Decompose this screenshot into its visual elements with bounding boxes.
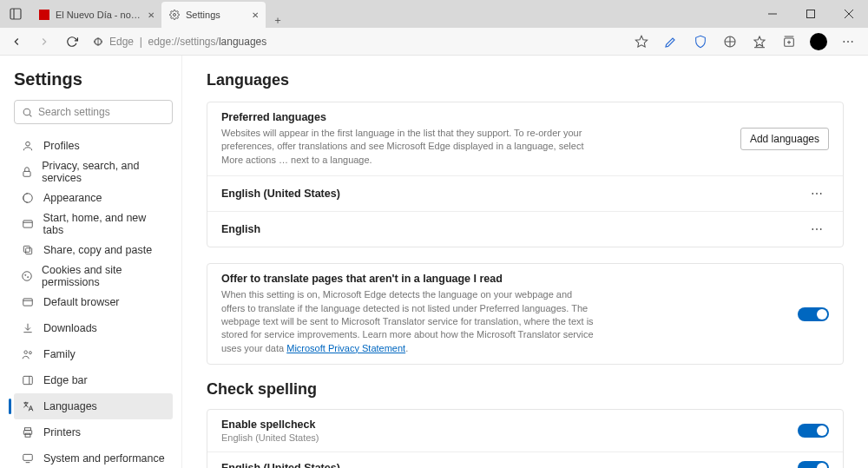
cookie-icon: [21, 269, 33, 283]
sidebar-item-privacy[interactable]: Privacy, search, and services: [14, 159, 173, 185]
sidebar-item-family[interactable]: Family: [14, 341, 173, 367]
write-icon[interactable]: [658, 30, 684, 54]
sidebar-item-label: System and performance: [43, 452, 165, 465]
enable-spellcheck-row: Enable spellcheck English (United States…: [207, 410, 843, 452]
sidebar-item-label: Downloads: [43, 322, 97, 334]
more-actions-icon[interactable]: ⋯: [806, 185, 829, 202]
tab-settings[interactable]: Settings ✕: [161, 2, 266, 28]
close-icon[interactable]: ✕: [148, 10, 155, 20]
svg-rect-25: [23, 246, 30, 252]
svg-rect-26: [26, 248, 32, 254]
url-text: Edge | edge://settings/languages: [109, 36, 266, 48]
spellcheck-card: Enable spellcheck English (United States…: [207, 409, 844, 468]
translate-desc: When this setting is on, Microsoft Edge …: [221, 288, 595, 355]
sidebar-item-label: Edge bar: [43, 374, 88, 386]
settings-sidebar: Settings Profiles Privacy, search, and s…: [0, 56, 182, 468]
address-bar[interactable]: Edge | edge://settings/languages: [87, 30, 627, 53]
svg-marker-10: [635, 36, 647, 47]
translate-toggle[interactable]: [798, 307, 829, 321]
sidebar-item-label: Profiles: [43, 140, 80, 152]
bar-icon: [21, 373, 35, 387]
sidebar-item-profiles[interactable]: Profiles: [14, 133, 173, 159]
sidebar-item-appearance[interactable]: Appearance: [14, 185, 173, 211]
search-icon: [22, 107, 33, 118]
svg-line-19: [30, 115, 31, 116]
sidebar-item-downloads[interactable]: Downloads: [14, 315, 173, 341]
sidebar-item-edgebar[interactable]: Edge bar: [14, 367, 173, 393]
enable-spellcheck-sub: English (United States): [221, 432, 319, 443]
title-bar: El Nuevo Día - noticias de últim… ✕ Sett…: [0, 0, 868, 28]
profile-avatar[interactable]: [806, 30, 832, 54]
share-icon: [21, 243, 35, 257]
svg-rect-30: [23, 299, 33, 306]
sidebar-item-label: Appearance: [43, 192, 102, 204]
favicon-gear-icon: [168, 9, 181, 21]
new-tab-button[interactable]: ＋: [266, 13, 290, 28]
svg-point-3: [174, 14, 176, 16]
svg-point-18: [23, 109, 30, 115]
sidebar-item-languages[interactable]: Languages: [14, 393, 173, 419]
download-icon: [21, 321, 35, 335]
tab-actions-icon[interactable]: [3, 2, 28, 26]
svg-point-20: [26, 142, 30, 146]
sidebar-item-start[interactable]: Start, home, and new tabs: [14, 211, 173, 237]
translate-title: Offer to translate pages that aren't in …: [221, 273, 595, 285]
language-label: English: [221, 223, 260, 235]
maximize-button[interactable]: [792, 0, 830, 28]
more-menu-icon[interactable]: ⋯: [835, 30, 861, 54]
page-content: Settings Profiles Privacy, search, and s…: [0, 56, 868, 468]
favorites-bar-icon[interactable]: [746, 30, 773, 54]
title-bar-drag: [290, 0, 753, 28]
toolbar-right: ⋯: [628, 30, 865, 54]
extension-icon[interactable]: [717, 30, 743, 54]
sidebar-item-share[interactable]: Share, copy and paste: [14, 237, 173, 263]
enable-spellcheck-toggle[interactable]: [798, 424, 829, 438]
svg-rect-23: [23, 221, 33, 227]
profile-icon: [21, 139, 35, 153]
add-languages-button[interactable]: Add languages: [740, 128, 829, 150]
more-actions-icon[interactable]: ⋯: [806, 221, 829, 238]
window-controls: [753, 0, 868, 28]
language-row-en: English ⋯: [207, 211, 843, 247]
preferred-languages-header: Preferred languages Websites will appear…: [207, 102, 843, 175]
tab-el-nuevo-dia[interactable]: El Nuevo Día - noticias de últim… ✕: [31, 2, 161, 28]
appearance-icon: [21, 191, 35, 205]
enable-spellcheck-title: Enable spellcheck: [221, 419, 319, 431]
sidebar-item-default-browser[interactable]: Default browser: [14, 289, 173, 315]
search-settings[interactable]: [14, 100, 173, 124]
sidebar-item-system[interactable]: System and performance: [14, 445, 173, 468]
search-input[interactable]: [38, 106, 168, 118]
sidebar-item-label: Share, copy and paste: [43, 244, 152, 256]
sidebar-item-label: Family: [43, 348, 76, 360]
preferred-languages-title: Preferred languages: [221, 111, 595, 123]
collections-icon[interactable]: [776, 30, 802, 54]
minimize-button[interactable]: [753, 0, 792, 28]
close-window-button[interactable]: [830, 0, 868, 28]
back-button[interactable]: [3, 30, 30, 54]
translate-row: Offer to translate pages that aren't in …: [207, 264, 843, 364]
lock-icon: [21, 165, 33, 179]
svg-point-27: [23, 272, 32, 281]
favorite-icon[interactable]: [628, 30, 654, 54]
settings-main: Languages Preferred languages Websites w…: [182, 56, 868, 468]
browser-icon: [21, 295, 35, 309]
tab-strip: El Nuevo Día - noticias de últim… ✕ Sett…: [31, 0, 290, 28]
svg-point-28: [25, 274, 26, 275]
svg-rect-5: [807, 10, 815, 18]
svg-rect-0: [10, 9, 21, 19]
sidebar-item-printers[interactable]: Printers: [14, 419, 173, 445]
sidebar-item-label: Privacy, search, and services: [42, 160, 166, 184]
sidebar-item-label: Default browser: [43, 296, 120, 308]
refresh-button[interactable]: [59, 30, 85, 54]
sidebar-item-cookies[interactable]: Cookies and site permissions: [14, 263, 173, 289]
close-icon[interactable]: ✕: [252, 10, 259, 20]
privacy-link[interactable]: Microsoft Privacy Statement: [286, 343, 405, 353]
url-path-prefix: edge://settings/: [148, 36, 218, 48]
sidebar-item-label: Start, home, and new tabs: [43, 212, 166, 236]
spellcheck-lang-toggle[interactable]: [798, 461, 829, 468]
shield-icon[interactable]: [687, 30, 713, 54]
language-icon: [21, 399, 35, 413]
svg-marker-12: [754, 36, 765, 46]
preferred-languages-desc: Websites will appear in the first langua…: [221, 127, 595, 167]
favicon-news-icon: [38, 9, 50, 21]
